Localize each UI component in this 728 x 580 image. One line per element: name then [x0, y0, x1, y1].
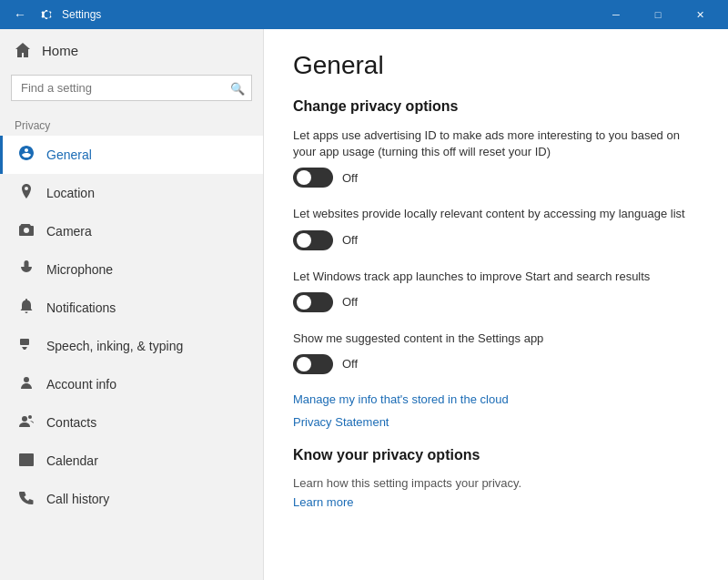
sidebar-item-microphone-label: Microphone [46, 262, 113, 277]
main-container: Home 🔍 Privacy General Location Cam [0, 29, 728, 580]
sidebar-item-calendar-label: Calendar [46, 453, 98, 468]
privacy-statement-link[interactable]: Privacy Statement [293, 415, 699, 429]
svg-rect-5 [19, 453, 34, 466]
sidebar-item-callhistory-label: Call history [46, 492, 109, 506]
language-toggle-label: Off [342, 233, 358, 247]
home-label: Home [42, 43, 78, 58]
advertising-toggle-label: Off [342, 171, 358, 185]
content-area: General Change privacy options Let apps … [264, 29, 728, 580]
microphone-icon [17, 259, 35, 280]
section2-title: Know your privacy options [293, 447, 699, 463]
suggested-toggle[interactable] [293, 354, 333, 374]
titlebar: ← Settings ─ □ ✕ [0, 0, 728, 29]
tracking-toggle-label: Off [342, 295, 358, 309]
minimize-button[interactable]: ─ [595, 0, 637, 29]
sidebar-item-contacts[interactable]: Contacts [0, 403, 263, 442]
manage-info-link[interactable]: Manage my info that's stored in the clou… [293, 392, 699, 406]
option-suggested: Show me suggested content in the Setting… [293, 331, 699, 374]
option-tracking-text: Let Windows track app launches to improv… [293, 269, 699, 285]
notifications-icon [17, 298, 35, 318]
calendar-icon [17, 451, 35, 471]
option-advertising-text: Let apps use advertising ID to make ads … [293, 127, 699, 160]
learn-more-link[interactable]: Learn more [293, 495, 699, 509]
account-icon [17, 374, 35, 394]
svg-rect-1 [20, 339, 29, 345]
option-advertising-toggle-row: Off [293, 168, 699, 188]
sidebar-item-notifications-label: Notifications [46, 300, 116, 315]
section2-desc: Learn how this setting impacts your priv… [293, 476, 699, 490]
maximize-button[interactable]: □ [637, 0, 679, 29]
callhistory-icon [17, 489, 35, 509]
option-tracking-toggle-row: Off [293, 292, 699, 312]
search-input[interactable] [11, 75, 252, 101]
location-icon [17, 183, 35, 203]
contacts-icon [17, 412, 35, 432]
page-title: General [293, 51, 699, 80]
sidebar-item-camera-label: Camera [46, 224, 92, 239]
svg-point-4 [28, 415, 32, 419]
option-language-text: Let websites provide locally relevant co… [293, 206, 699, 222]
suggested-toggle-label: Off [342, 357, 358, 371]
back-button[interactable]: ← [7, 2, 33, 27]
sidebar-item-home[interactable]: Home [0, 29, 263, 71]
sidebar-item-account[interactable]: Account info [0, 365, 263, 403]
sidebar: Home 🔍 Privacy General Location Cam [0, 29, 264, 580]
camera-icon [17, 221, 35, 241]
close-button[interactable]: ✕ [679, 0, 721, 29]
speech-icon [17, 336, 35, 356]
language-toggle[interactable] [293, 230, 333, 250]
option-language: Let websites provide locally relevant co… [293, 206, 699, 249]
option-suggested-text: Show me suggested content in the Setting… [293, 331, 699, 347]
sidebar-item-account-label: Account info [46, 377, 116, 392]
sidebar-item-contacts-label: Contacts [46, 415, 96, 430]
advertising-toggle[interactable] [293, 168, 333, 188]
window-controls: ─ □ ✕ [595, 0, 721, 29]
know-privacy-section: Know your privacy options Learn how this… [293, 447, 699, 509]
sidebar-item-general-label: General [46, 148, 92, 162]
sidebar-item-location-label: Location [46, 186, 95, 200]
settings-icon [38, 5, 56, 24]
sidebar-item-speech-label: Speech, inking, & typing [46, 339, 183, 353]
tracking-toggle[interactable] [293, 292, 333, 312]
sidebar-item-general[interactable]: General [0, 136, 263, 174]
search-container: 🔍 [11, 75, 252, 101]
section1-title: Change privacy options [293, 98, 699, 115]
sidebar-item-microphone[interactable]: Microphone [0, 250, 263, 289]
general-icon [17, 145, 35, 165]
titlebar-title: Settings [62, 8, 595, 21]
sidebar-item-speech[interactable]: Speech, inking, & typing [0, 327, 263, 365]
sidebar-item-calendar[interactable]: Calendar [0, 442, 263, 480]
home-icon [15, 42, 31, 58]
sidebar-item-callhistory[interactable]: Call history [0, 480, 263, 518]
option-advertising: Let apps use advertising ID to make ads … [293, 127, 699, 188]
sidebar-item-camera[interactable]: Camera [0, 212, 263, 250]
svg-point-2 [24, 377, 29, 382]
sidebar-item-notifications[interactable]: Notifications [0, 289, 263, 327]
option-tracking: Let Windows track app launches to improv… [293, 269, 699, 312]
sidebar-section-label: Privacy [0, 112, 263, 136]
sidebar-item-location[interactable]: Location [0, 174, 263, 212]
svg-point-3 [22, 416, 27, 422]
option-suggested-toggle-row: Off [293, 354, 699, 374]
option-language-toggle-row: Off [293, 230, 699, 250]
back-icon: ← [14, 7, 26, 22]
search-icon: 🔍 [230, 81, 245, 95]
